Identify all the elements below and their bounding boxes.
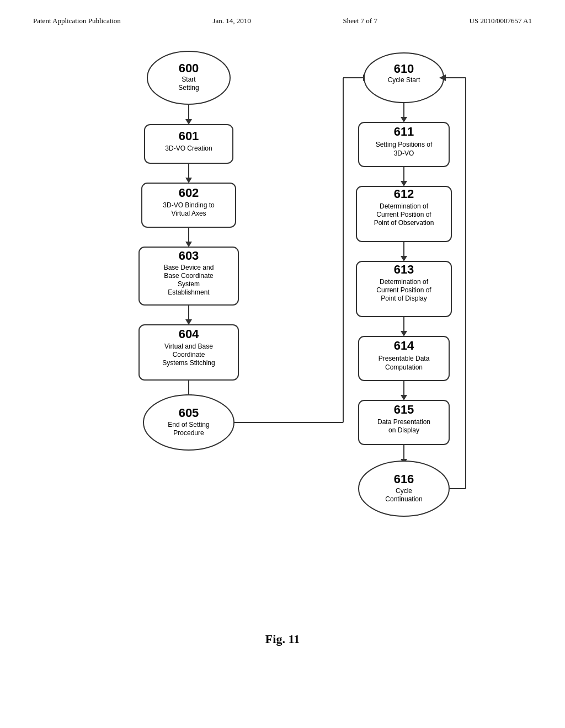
label-604-1: Virtual and Base — [164, 342, 213, 350]
label-612-1: Determination of — [380, 202, 429, 210]
page-header: Patent Application Publication Jan. 14, … — [0, 0, 565, 31]
number-610: 610 — [394, 62, 414, 76]
label-616-1: Cycle — [396, 487, 412, 495]
number-605: 605 — [179, 406, 199, 420]
number-600: 600 — [179, 61, 199, 75]
arrowhead-602-603 — [185, 242, 192, 247]
label-601: 3D-VO Creation — [165, 144, 212, 152]
label-613-3: Point of Display — [381, 295, 427, 302]
date-label: Jan. 14, 2010 — [213, 17, 251, 25]
label-605-2: Procedure — [173, 429, 204, 437]
number-615: 615 — [394, 403, 414, 416]
label-600-1: Start — [182, 76, 196, 83]
figure-label: Fig. 11 — [0, 632, 565, 646]
label-614-1: Presentable Data — [379, 355, 430, 362]
flowchart-svg: text { font-family: Arial, sans-serif; }… — [89, 36, 476, 615]
diagram-area: text { font-family: Arial, sans-serif; }… — [0, 36, 565, 615]
label-612-3: Point of Observation — [374, 219, 434, 227]
label-613-1: Determination of — [380, 278, 429, 286]
label-611-2: 3D-VO — [394, 149, 414, 157]
arrowhead-611-612 — [401, 181, 407, 186]
label-612-2: Current Position of — [376, 211, 431, 218]
number-612: 612 — [394, 187, 414, 201]
label-616-2: Continuation — [385, 495, 422, 503]
label-614-2: Computation — [385, 363, 423, 371]
label-602-2: Virtual Axes — [171, 210, 206, 217]
label-603-2: Base Coordinate — [164, 272, 214, 280]
number-613: 613 — [394, 263, 414, 276]
label-615-2: on Display — [388, 426, 419, 434]
patent-label: US 2010/0007657 A1 — [470, 17, 532, 25]
label-610: Cycle Start — [388, 76, 420, 84]
label-603-4: Establishment — [168, 288, 210, 296]
label-613-2: Current Position of — [376, 286, 431, 294]
number-601: 601 — [179, 129, 199, 143]
arrowhead-600-601 — [185, 119, 192, 125]
arrowhead-613-614 — [401, 331, 407, 336]
arrowhead-601-602 — [185, 178, 192, 183]
publication-label: Patent Application Publication — [33, 17, 121, 25]
number-604: 604 — [179, 327, 199, 341]
label-603-1: Base Device and — [164, 264, 214, 271]
label-603-3: System — [178, 280, 200, 288]
label-604-3: Systems Stitching — [162, 359, 215, 367]
label-602-1: 3D-VO Binding to — [163, 201, 215, 209]
number-603: 603 — [179, 249, 199, 263]
arrowhead-614-615 — [401, 395, 407, 400]
label-615-1: Data Presentation — [377, 418, 430, 426]
arrowhead-610-611 — [401, 117, 407, 122]
number-602: 602 — [179, 186, 199, 200]
arrowhead-612-613 — [401, 256, 407, 261]
label-605-1: End of Setting — [168, 421, 209, 429]
fig-text: Fig. 11 — [265, 632, 300, 646]
number-611: 611 — [394, 125, 414, 138]
arrowhead-603-604 — [185, 319, 192, 325]
number-616: 616 — [394, 472, 414, 486]
label-600-2: Setting — [178, 84, 199, 92]
label-611-1: Setting Positions of — [376, 141, 433, 148]
label-604-2: Coordinate — [173, 351, 205, 358]
sheet-label: Sheet 7 of 7 — [343, 17, 377, 25]
number-614: 614 — [394, 339, 414, 352]
